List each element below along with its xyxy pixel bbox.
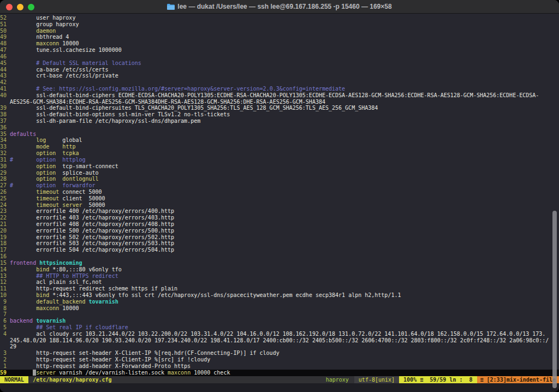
line-number: 34 [0, 137, 10, 144]
editor-line[interactable]: 28 option dontlognull [0, 176, 559, 182]
line-text: option dontlognull [10, 176, 99, 182]
editor-line[interactable]: 42 [0, 79, 559, 86]
editor-line[interactable]: 18 errorfile 503 /etc/haproxy/errors/503… [0, 240, 559, 247]
line-number: 18 [0, 240, 10, 247]
editor-line[interactable]: 31# option httplog [0, 157, 559, 163]
scrollbar-thumb[interactable] [552, 211, 557, 388]
editor-line[interactable]: 22 errorfile 403 /etc/haproxy/errors/403… [0, 215, 559, 221]
command-line[interactable] [0, 383, 559, 392]
line-text: log global [10, 137, 82, 144]
line-number: 19 [0, 234, 10, 241]
editor-line[interactable]: 1 http-request add-header X-Forwarded-Pr… [0, 363, 559, 370]
line-text: errorfile 503 /etc/haproxy/errors/503.ht… [10, 240, 174, 247]
line-text: group haproxy [10, 21, 79, 28]
editor-line[interactable]: 35defaults [0, 131, 559, 138]
line-number: 5 [0, 324, 10, 331]
editor-line[interactable]: 3 http-request set-header X-Client-IP %[… [0, 350, 559, 357]
editor-line[interactable]: 245.48.0/20 188.114.96.0/20 190.93.240.0… [0, 337, 559, 344]
line-number: 52 [0, 15, 10, 21]
editor-line[interactable]: 41 # See: https://ssl-config.mozilla.org… [0, 86, 559, 92]
editor-line[interactable]: 30 option tcp-smart-connect [0, 163, 559, 170]
titlebar: lee — dukat /Users/lee — ssh lee@69.167.… [0, 0, 559, 14]
editor-line[interactable]: 52 user haproxy [0, 15, 559, 21]
editor-line[interactable]: 4 acl cloudy src 103.21.244.0/22 103.22.… [0, 331, 559, 337]
line-number: 47 [0, 47, 10, 54]
line-number [0, 99, 10, 105]
editor-line[interactable]: 5 ## Set real IP if cloudflare [0, 324, 559, 331]
editor-line[interactable]: 43 crt-base /etc/ssl/private [0, 73, 559, 79]
line-number: 25 [0, 195, 10, 202]
editor-line[interactable]: 11 http-request redirect scheme https if… [0, 286, 559, 292]
line-number: 1 [0, 363, 10, 370]
line-text: errorfile 408 /etc/haproxy/errors/408.ht… [10, 221, 174, 228]
file-path: /etc/haproxy/haproxy.cfg [28, 376, 116, 383]
editor-line[interactable]: 9 default_backend tovarnish [0, 299, 559, 305]
editor-line[interactable]: 39 ssl-default-bind-ciphersuites TLS_CHA… [0, 105, 559, 111]
line-number: 36 [0, 124, 10, 131]
filetype-indicator: haproxy [320, 376, 354, 383]
line-text: default_backend tovarnish [10, 299, 118, 305]
line-text: frontend httpsincoming [10, 260, 82, 266]
line-number: 20 [0, 228, 10, 234]
editor-line[interactable]: 34 log global [0, 137, 559, 144]
editor-line[interactable]: 29 option splice-auto [0, 170, 559, 176]
editor-line[interactable]: 25 timeout client 50000 [0, 195, 559, 202]
editor-line[interactable]: 10 bind *:443,:::443 v6only tfo ssl crt … [0, 292, 559, 299]
editor-line[interactable]: 21 errorfile 408 /etc/haproxy/errors/408… [0, 221, 559, 228]
editor-line[interactable]: 32 option tcpka [0, 150, 559, 157]
line-number: 12 [0, 279, 10, 286]
editor-line[interactable]: 12 acl plain ssl_fc,not [0, 279, 559, 286]
editor-buffer: 52 user haproxy51 group haproxy50 daemon… [0, 14, 559, 376]
editor-line[interactable]: 45 # Default SSL material locations [0, 60, 559, 67]
editor-line[interactable]: 44 ca-base /etc/ssl/certs [0, 67, 559, 73]
editor-line[interactable]: 38 ssl-default-bind-options ssl-min-ver … [0, 111, 559, 118]
editor-line[interactable]: 23 errorfile 400 /etc/haproxy/errors/400… [0, 208, 559, 215]
editor-line[interactable]: 37 ssl-dh-param-file /etc/haproxy/ssl-dn… [0, 118, 559, 124]
line-text: # See: https://ssl-config.mozilla.org/#s… [10, 86, 345, 92]
editor-line[interactable]: 40 ssl-default-bind-ciphers ECDHE-ECDSA-… [0, 92, 559, 99]
editor-line[interactable]: 27# option forwardfor [0, 182, 559, 189]
editor-line[interactable]: 15frontend httpsincoming [0, 260, 559, 266]
editor-line[interactable]: 26 timeout connect 5000 [0, 189, 559, 195]
editor-line[interactable]: 7 [0, 311, 559, 318]
editor-line[interactable]: 49 nbthread 4 [0, 34, 559, 40]
editor-line[interactable]: AES256-GCM-SHA384:ECDHE-RSA-AES256-GCM-S… [0, 99, 559, 105]
editor-line[interactable]: 50 daemon [0, 28, 559, 34]
editor-line[interactable]: 24 timeout server 50000 [0, 202, 559, 209]
editor-line[interactable]: 14 bind *:80,:::80 v6only tfo [0, 266, 559, 273]
editor-line[interactable]: 29 [0, 343, 559, 350]
editor-line[interactable]: 6backend tovarnish [0, 318, 559, 324]
line-text: http-request redirect scheme https if pl… [10, 286, 177, 292]
editor-line-current[interactable]: 59 server varnish /dev/varnish-listen.so… [0, 370, 559, 376]
line-number: 10 [0, 292, 10, 299]
line-text: bind *:80,:::80 v6only tfo [10, 266, 122, 273]
line-text: errorfile 400 /etc/haproxy/errors/400.ht… [10, 208, 174, 215]
editor-line[interactable]: 19 errorfile 502 /etc/haproxy/errors/502… [0, 234, 559, 241]
editor-line[interactable]: 51 group haproxy [0, 21, 559, 28]
line-number: 49 [0, 34, 10, 40]
minimize-button[interactable] [17, 4, 23, 10]
editor-line[interactable]: 46 [0, 54, 559, 60]
line-number: 6 [0, 318, 10, 324]
statusbar-spacer [116, 376, 320, 383]
editor-line[interactable]: 16 [0, 253, 559, 260]
fullscreen-button[interactable] [28, 4, 34, 10]
editor-line[interactable]: 48 maxconn 10000 [0, 40, 559, 47]
line-number: 45 [0, 60, 10, 67]
editor-line[interactable]: 13 ## HTTP to HTTPS redirect [0, 273, 559, 280]
line-text: errorfile 403 /etc/haproxy/errors/403.ht… [10, 215, 174, 221]
editor-line[interactable]: 33 mode http [0, 144, 559, 150]
editor-line[interactable]: 47 tune.ssl.cachesize 1000000 [0, 47, 559, 54]
editor-line[interactable]: 8 maxconn 10000 [0, 305, 559, 312]
line-number: 33 [0, 144, 10, 150]
line-number: 39 [0, 105, 10, 111]
close-button[interactable] [6, 4, 13, 10]
editor-line[interactable]: 20 errorfile 500 /etc/haproxy/errors/500… [0, 228, 559, 234]
editor-line[interactable]: 17 errorfile 504 /etc/haproxy/errors/504… [0, 247, 559, 253]
editor-line[interactable]: 2 http-request set-header X-Client-IP %[… [0, 357, 559, 363]
line-number [0, 343, 10, 350]
line-text: timeout client 50000 [10, 195, 105, 202]
line-text: nbthread 4 [10, 34, 69, 40]
editor-line[interactable]: 36 [0, 124, 559, 131]
line-text: ssl-default-bind-options ssl-min-ver TLS… [10, 111, 230, 118]
